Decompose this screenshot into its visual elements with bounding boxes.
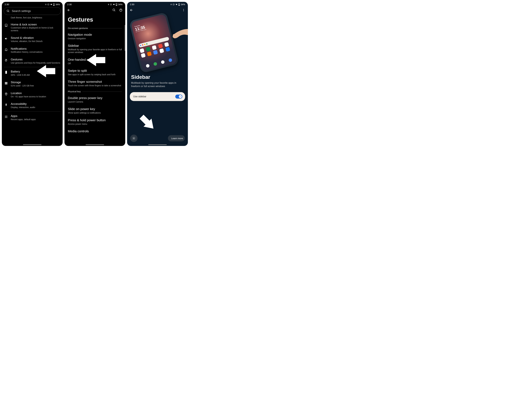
gesture-item-press-hold[interactable]: Press & hold power button Access power m… <box>64 116 125 127</box>
dnd-icon <box>47 3 49 6</box>
settings-item-home-lock[interactable]: Home & lock screen Customize what is dis… <box>2 21 63 34</box>
scrollbar[interactable] <box>125 25 125 51</box>
status-bar: 2:30 34% <box>2 2 63 6</box>
bluetooth-icon <box>108 3 109 6</box>
gesture-item-navigation-mode[interactable]: Navigation mode Gesture navigation <box>64 31 125 42</box>
svg-point-23 <box>6 117 6 118</box>
hero-illustration: Tuesday 11:35 Apr 3 61° Partly cloudy <box>130 14 188 71</box>
svg-point-33 <box>121 11 121 11</box>
bluetooth-icon <box>170 3 172 6</box>
status-bar: 2:30 34% <box>64 2 125 6</box>
settings-fab[interactable] <box>130 135 138 142</box>
settings-item-accessibility[interactable]: Accessibility Display, interaction, audi… <box>2 100 63 111</box>
status-icons: 34% <box>170 3 185 6</box>
use-sidebar-toggle[interactable] <box>175 95 182 99</box>
svg-point-30 <box>113 9 115 11</box>
location-icon <box>4 92 8 96</box>
annotation-arrow <box>37 65 55 77</box>
svg-line-6 <box>9 11 9 12</box>
svg-point-24 <box>7 117 7 118</box>
status-time: 2:30 <box>67 3 72 6</box>
svg-point-21 <box>7 117 7 117</box>
svg-point-41 <box>183 11 184 11</box>
page-subtitle: Multitask by opening your favorite apps … <box>127 81 188 92</box>
use-sidebar-label: Use sidebar <box>133 95 146 98</box>
settings-list[interactable]: Dark theme, font size, brightness Home &… <box>2 16 63 146</box>
sidebar-screen: 2:30 34% Tuesday 11:35 Apr 3 61° Partly … <box>127 2 188 146</box>
help-icon[interactable] <box>119 8 122 12</box>
svg-point-42 <box>173 34 176 36</box>
svg-rect-38 <box>179 5 180 5</box>
nav-bar-pill[interactable] <box>86 144 104 145</box>
battery-icon <box>116 3 117 6</box>
settings-item-apps[interactable]: Apps Recent apps, default apps <box>2 112 63 123</box>
svg-point-40 <box>183 10 184 10</box>
svg-point-18 <box>7 116 7 116</box>
apps-icon <box>4 115 8 118</box>
settings-item-storage[interactable]: Storage 51% used - 125 GB free <box>2 79 63 89</box>
gesture-item-slide-power[interactable]: Slide on power key Show quick settings &… <box>64 105 125 116</box>
svg-point-5 <box>7 10 9 12</box>
search-icon[interactable] <box>112 8 116 12</box>
svg-point-15 <box>6 103 6 104</box>
svg-rect-28 <box>116 3 117 3</box>
gesture-item-sidebar[interactable]: Sidebar Multitask by opening your favori… <box>64 42 125 56</box>
settings-item-gestures[interactable]: Gestures Use gestures and keys for frequ… <box>2 56 63 66</box>
status-time: 2:30 <box>130 3 134 6</box>
section-on-screen: On-screen gestures <box>64 26 125 31</box>
svg-point-43 <box>133 138 134 139</box>
use-sidebar-card: Use sidebar <box>130 92 185 101</box>
search-placeholder: Search settings <box>12 10 31 13</box>
page-title: Gestures <box>64 13 125 26</box>
status-bar: 2:30 34% <box>127 2 188 6</box>
hero-clock-widget: Tuesday 11:35 Apr 3 61° Partly cloudy <box>134 23 146 33</box>
settings-item-display-sub[interactable]: Dark theme, font size, brightness <box>2 16 63 21</box>
svg-point-14 <box>6 93 7 94</box>
svg-line-31 <box>115 11 115 11</box>
section-physical-key: Physical key <box>64 89 125 94</box>
back-icon[interactable] <box>67 8 71 12</box>
battery-percent: 34% <box>118 3 122 6</box>
sound-icon <box>4 37 8 40</box>
annotation-arrow <box>137 113 158 133</box>
svg-point-16 <box>5 116 6 116</box>
battery-vert-icon <box>5 71 7 74</box>
dnd-icon <box>110 3 112 6</box>
back-icon[interactable] <box>130 8 133 12</box>
gesture-item-swipe-split[interactable]: Swipe to split See apps in split screen … <box>64 67 125 78</box>
status-time: 2:30 <box>5 3 9 6</box>
battery-icon <box>178 3 180 6</box>
status-icons: 34% <box>45 3 60 6</box>
settings-item-notifications[interactable]: Notifications Notification history, conv… <box>2 45 63 56</box>
bell-icon <box>4 48 8 51</box>
search-icon <box>7 10 10 12</box>
nav-bar-pill[interactable] <box>148 144 167 145</box>
overflow-icon[interactable] <box>182 9 185 12</box>
gesture-item-media-controls[interactable]: Media controls <box>64 127 125 135</box>
app-bar <box>64 6 125 13</box>
home-icon <box>4 24 8 27</box>
bluetooth-icon <box>45 3 47 6</box>
svg-rect-7 <box>5 24 7 26</box>
gear-icon <box>132 136 135 140</box>
learn-more-button[interactable]: Learn more <box>168 135 185 141</box>
svg-rect-12 <box>5 83 8 84</box>
svg-point-39 <box>183 9 184 10</box>
search-settings-field[interactable]: Search settings <box>4 7 61 15</box>
svg-rect-3 <box>54 3 54 3</box>
wifi-icon <box>175 3 178 6</box>
svg-point-19 <box>5 117 6 117</box>
gesture-item-three-finger[interactable]: Three finger screenshot Touch the screen… <box>64 78 125 89</box>
settings-item-sound[interactable]: Sound & vibration Volume, vibration, Do … <box>2 34 63 45</box>
svg-rect-29 <box>116 5 117 5</box>
app-bar <box>127 6 188 13</box>
svg-point-20 <box>6 117 6 117</box>
svg-rect-11 <box>5 82 8 83</box>
gesture-item-double-press[interactable]: Double press power key Launch Camera <box>64 94 125 105</box>
nav-bar-pill[interactable] <box>23 144 41 145</box>
battery-percent: 34% <box>181 3 185 6</box>
svg-point-17 <box>6 116 6 116</box>
settings-item-location[interactable]: Location On - 61 apps have access to loc… <box>2 89 63 100</box>
settings-screen: 2:30 34% Search settings Dark theme, fon… <box>2 2 63 146</box>
hero-dock <box>143 57 175 69</box>
